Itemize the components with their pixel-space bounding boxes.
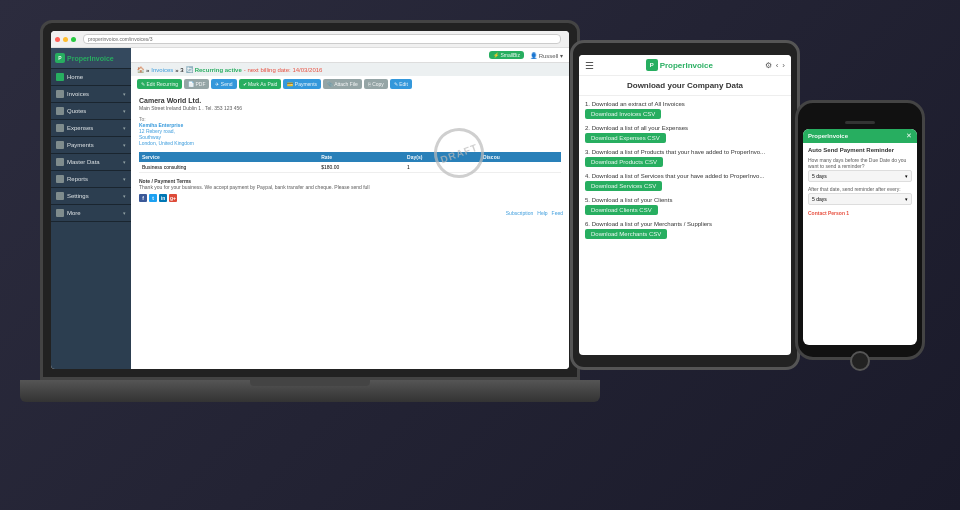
download-item-services: 4. Download a list of Services that your… xyxy=(585,173,785,191)
sidebar-item-masterdata[interactable]: Master Data ▾ xyxy=(51,154,131,171)
laptop: properinvoice.com/invoices/3 P ProperInv… xyxy=(40,20,620,460)
browser-maximize-btn[interactable] xyxy=(71,37,76,42)
reminder-days-select[interactable]: 5 days ▾ xyxy=(808,170,912,182)
download-clients-btn[interactable]: Download Clients CSV xyxy=(585,205,658,215)
tablet-logo: P ProperInvoice xyxy=(646,59,713,71)
breadcrumb: 🏠 » Invoices » 3 🔄 Recurring active - ne… xyxy=(131,63,569,76)
scene: properinvoice.com/invoices/3 P ProperInv… xyxy=(0,0,960,510)
googleplus-icon[interactable]: g+ xyxy=(169,194,177,202)
edit-recurring-button[interactable]: ✎ Edit Recurring xyxy=(137,79,182,89)
logo-text: ProperInvoice xyxy=(67,55,114,62)
company-address: Main Street Ireland Dublin 1 . Tel. 353 … xyxy=(139,105,561,111)
edit-button[interactable]: ✎ Edit xyxy=(390,79,412,89)
chevron-icon: ▾ xyxy=(123,91,126,97)
phone-logo-text: ProperInvoice xyxy=(808,133,848,139)
invoices-link[interactable]: Invoices xyxy=(151,67,173,73)
sidebar-item-settings[interactable]: Settings ▾ xyxy=(51,188,131,205)
logo-icon: P xyxy=(55,53,65,63)
sidebar-item-home[interactable]: Home xyxy=(51,69,131,86)
pdf-button[interactable]: 📄 PDF xyxy=(184,79,209,89)
phone-content: Auto Send Payment Reminder How many days… xyxy=(803,143,917,220)
tablet-header: ☰ P ProperInvoice ⚙ ‹ › xyxy=(579,55,791,76)
sidebar-item-expenses[interactable]: Expenses ▾ xyxy=(51,120,131,137)
more-icon xyxy=(56,209,64,217)
expense-icon xyxy=(56,124,64,132)
tablet-logo-text: ProperInvoice xyxy=(660,61,713,70)
send-button[interactable]: ✈ Send xyxy=(211,79,236,89)
download-merchants-btn[interactable]: Download Merchants CSV xyxy=(585,229,667,239)
chevron-icon: ▾ xyxy=(123,142,126,148)
col-rate: Rate xyxy=(318,152,404,162)
copy-button[interactable]: ⎘ Copy xyxy=(364,79,388,89)
app-layout: P ProperInvoice Home Invoices ▾ xyxy=(51,48,569,369)
footer-links: Subscription Help Feed xyxy=(131,207,569,219)
chevron-icon: ▾ xyxy=(123,176,126,182)
payment-icon xyxy=(56,141,64,149)
col-service: Service xyxy=(139,152,318,162)
home-icon xyxy=(56,73,64,81)
download-products-btn[interactable]: Download Products CSV xyxy=(585,157,663,167)
payments-button[interactable]: 💳 Payments xyxy=(283,79,321,89)
download-item-merchants: 6. Download a list of your Merchants / S… xyxy=(585,221,785,239)
tablet: ☰ P ProperInvoice ⚙ ‹ › Download your Co… xyxy=(570,40,800,370)
tablet-title: Download your Company Data xyxy=(579,76,791,96)
download-invoices-btn[interactable]: Download Invoices CSV xyxy=(585,109,661,119)
mark-paid-button[interactable]: ✔ Mark As Paid xyxy=(239,79,282,89)
feedback-link[interactable]: Feed xyxy=(552,210,563,216)
chevron-icon: ▾ xyxy=(123,108,126,114)
download-label: 5. Download a list of your Clients xyxy=(585,197,785,203)
download-label: 2. Download a list of all your Expenses xyxy=(585,125,785,131)
chevron-icon: ▾ xyxy=(123,159,126,165)
notes-text: Thank you for your business. We accept p… xyxy=(139,184,561,190)
download-item-expenses: 2. Download a list of all your Expenses … xyxy=(585,125,785,143)
download-expenses-btn[interactable]: Download Expenses CSV xyxy=(585,133,666,143)
address-bar[interactable]: properinvoice.com/invoices/3 xyxy=(83,34,561,44)
phone-home-button[interactable] xyxy=(850,351,870,371)
to-address3: London, United Kingdom xyxy=(139,140,561,146)
cell-rate: $180.00 xyxy=(318,162,404,173)
notes-section: Note / Payment Terms Thank you for your … xyxy=(139,178,561,190)
after-date-select[interactable]: 5 days ▾ xyxy=(808,193,912,205)
sidebar-item-invoices[interactable]: Invoices ▾ xyxy=(51,86,131,103)
download-services-btn[interactable]: Download Services CSV xyxy=(585,181,662,191)
phone-speaker xyxy=(845,121,875,124)
download-item-invoices: 1. Download an extract of All Invoices D… xyxy=(585,101,785,119)
tablet-action-icons: ⚙ ‹ › xyxy=(765,61,785,70)
sidebar-item-reports[interactable]: Reports ▾ xyxy=(51,171,131,188)
sidebar-item-payments[interactable]: Payments ▾ xyxy=(51,137,131,154)
chevron-icon: ▾ xyxy=(123,125,126,131)
laptop-screen: properinvoice.com/invoices/3 P ProperInv… xyxy=(40,20,580,380)
chevron-right-icon[interactable]: › xyxy=(782,61,785,70)
user-menu[interactable]: 👤 Russell ▾ xyxy=(530,52,563,59)
plan-badge: ⚡ SmallBiz xyxy=(489,51,524,59)
phone: ProperInvoice ✕ Auto Send Payment Remind… xyxy=(795,100,925,360)
attach-file-button[interactable]: 📎 Attach File xyxy=(323,79,362,89)
report-icon xyxy=(56,175,64,183)
chevron-down-icon: ▾ xyxy=(905,196,908,202)
settings-icon xyxy=(56,192,64,200)
tablet-screen: ☰ P ProperInvoice ⚙ ‹ › Download your Co… xyxy=(579,55,791,355)
home-icon[interactable]: 🏠 xyxy=(137,66,144,73)
laptop-base xyxy=(20,380,600,402)
status-badge: Recurring active xyxy=(195,67,242,73)
close-icon[interactable]: ✕ xyxy=(906,132,912,140)
sidebar-item-more[interactable]: More ▾ xyxy=(51,205,131,222)
download-label: 3. Download a list of Products that your… xyxy=(585,149,785,155)
browser-minimize-btn[interactable] xyxy=(63,37,68,42)
to-section: To: Kemiha Enterprise 12 Rebery road, So… xyxy=(139,116,561,146)
sidebar-item-quotes[interactable]: Quotes ▾ xyxy=(51,103,131,120)
subscription-link[interactable]: Subscription xyxy=(506,210,534,216)
twitter-icon[interactable]: t xyxy=(149,194,157,202)
laptop-screen-inner: properinvoice.com/invoices/3 P ProperInv… xyxy=(51,31,569,369)
after-date-label: After that date, send reminder after eve… xyxy=(808,186,912,192)
chevron-left-icon[interactable]: ‹ xyxy=(776,61,779,70)
facebook-icon[interactable]: f xyxy=(139,194,147,202)
chevron-down-icon: ▾ xyxy=(905,173,908,179)
phone-section-title: Auto Send Payment Reminder xyxy=(808,147,912,153)
help-link[interactable]: Help xyxy=(537,210,547,216)
sidebar: P ProperInvoice Home Invoices ▾ xyxy=(51,48,131,369)
linkedin-icon[interactable]: in xyxy=(159,194,167,202)
chevron-icon: ▾ xyxy=(123,193,126,199)
gear-icon[interactable]: ⚙ xyxy=(765,61,772,70)
browser-close-btn[interactable] xyxy=(55,37,60,42)
